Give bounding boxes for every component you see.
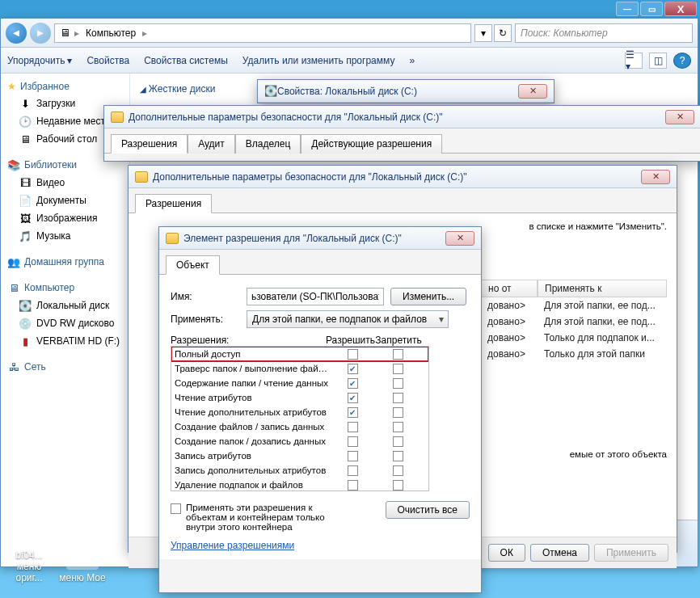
- drive-icon: 💽: [19, 299, 32, 312]
- allow-checkbox[interactable]: [348, 480, 358, 491]
- deny-checkbox[interactable]: [393, 393, 403, 403]
- nav-back-button[interactable]: ◄: [6, 23, 27, 44]
- sidebar-favorites-head[interactable]: ★Избранное: [4, 78, 126, 95]
- deny-checkbox[interactable]: [393, 407, 403, 418]
- music-icon: 🎵: [19, 230, 32, 242]
- minimize-button[interactable]: —: [616, 2, 639, 16]
- permission-name: Запись дополнительных атрибутов: [175, 465, 330, 475]
- deny-checkbox[interactable]: [393, 436, 403, 447]
- tab-audit[interactable]: Аудит: [188, 134, 235, 154]
- permission-row[interactable]: Удаление подпапок и файлов: [171, 478, 428, 491]
- desktop-icon-item[interactable]: bf04... меню ориг...: [5, 515, 53, 583]
- pictures-icon: 🖼: [19, 212, 32, 225]
- col-inherited[interactable]: но от: [481, 280, 538, 297]
- permissions-list[interactable]: Полный доступТраверс папок / выполнение …: [171, 346, 429, 491]
- sidebar-pictures[interactable]: 🖼Изображения: [4, 209, 126, 227]
- sidebar-homegroup[interactable]: 👥Домашняя группа: [4, 253, 126, 271]
- clear-all-button[interactable]: Очистить все: [386, 501, 470, 519]
- allow-checkbox[interactable]: [348, 393, 358, 403]
- manage-permissions-link[interactable]: Управление разрешениями: [171, 540, 294, 551]
- propagate-label: Применять эти разрешения к объектам и ко…: [186, 503, 348, 532]
- sidebar-music[interactable]: 🎵Музыка: [4, 227, 126, 245]
- breadcrumb-item[interactable]: Компьютер: [82, 27, 139, 39]
- tab-owner[interactable]: Владелец: [235, 134, 302, 154]
- tb-uninstall[interactable]: Удалить или изменить программу: [242, 55, 395, 66]
- permission-row[interactable]: Запись атрибутов: [171, 448, 428, 463]
- permission-row[interactable]: Чтение дополнительных атрибутов: [171, 405, 428, 419]
- toolbar: Упорядочить ▾ Свойства Свойства системы …: [1, 48, 698, 74]
- view-options-icon[interactable]: ☰ ▾: [625, 53, 643, 69]
- permission-name: Запись атрибутов: [175, 451, 330, 461]
- sidebar-computer-head[interactable]: 🖥Компьютер: [4, 279, 126, 297]
- permission-name: Содержание папки / чтение данных: [175, 378, 330, 388]
- tb-more[interactable]: »: [409, 55, 415, 66]
- organize-menu[interactable]: Упорядочить ▾: [7, 55, 72, 66]
- close-icon[interactable]: ✕: [665, 110, 694, 124]
- sidebar-dvd[interactable]: 💿DVD RW дисково: [4, 314, 126, 332]
- deny-checkbox[interactable]: [393, 451, 403, 461]
- close-icon[interactable]: ✕: [445, 231, 474, 246]
- search-input[interactable]: Поиск: Компьютер: [515, 23, 693, 43]
- dvd-icon: 💿: [19, 317, 32, 330]
- deny-checkbox[interactable]: [393, 465, 403, 476]
- tab-permissions[interactable]: Разрешения: [111, 134, 188, 154]
- tb-sys-properties[interactable]: Свойства системы: [144, 55, 228, 66]
- adv2-tabs: Разрешения: [129, 188, 677, 213]
- perm-tabs: Объект: [159, 250, 481, 275]
- sidebar-documents[interactable]: 📄Документы: [4, 192, 126, 209]
- tab-permissions[interactable]: Разрешения: [135, 194, 212, 213]
- permission-row[interactable]: Содержание папки / чтение данных: [171, 376, 428, 390]
- cancel-button[interactable]: Отмена: [530, 544, 589, 562]
- allow-checkbox[interactable]: [348, 407, 358, 418]
- apply-to-label: Применять:: [171, 314, 240, 325]
- permission-row[interactable]: Создание папок / дозапись данных: [171, 434, 428, 448]
- tab-effective[interactable]: Действующие разрешения: [301, 134, 442, 154]
- permission-row[interactable]: Запись дополнительных атрибутов: [171, 463, 428, 478]
- col-apply-to[interactable]: Применять к: [538, 280, 667, 297]
- desktop-icon-item[interactable]: меню Мое: [58, 537, 107, 583]
- deny-checkbox[interactable]: [393, 349, 403, 360]
- permission-row[interactable]: Полный доступ: [171, 347, 428, 361]
- deny-checkbox[interactable]: [393, 480, 403, 491]
- sidebar-local-disk[interactable]: 💽Локальный диск: [4, 297, 126, 314]
- folder-icon: [111, 112, 124, 123]
- close-icon[interactable]: ✕: [641, 170, 670, 184]
- refresh-button[interactable]: ↻: [494, 24, 512, 42]
- apply-button[interactable]: Применить: [594, 544, 668, 562]
- allow-checkbox[interactable]: [348, 378, 358, 389]
- network-icon: 🖧: [7, 360, 20, 373]
- deny-checkbox[interactable]: [393, 422, 403, 432]
- permission-row[interactable]: Чтение атрибутов: [171, 390, 428, 405]
- preview-pane-icon[interactable]: ◫: [649, 53, 667, 69]
- permission-row[interactable]: Траверс папок / выполнение файлов: [171, 361, 428, 376]
- allow-checkbox[interactable]: [348, 349, 358, 360]
- allow-checkbox[interactable]: [348, 422, 358, 432]
- close-icon[interactable]: ✕: [518, 84, 547, 99]
- allow-checkbox[interactable]: [348, 465, 358, 476]
- sidebar-video[interactable]: 🎞Видео: [4, 174, 126, 192]
- allow-checkbox[interactable]: [348, 436, 358, 447]
- change-button[interactable]: Изменить...: [390, 288, 466, 305]
- deny-checkbox[interactable]: [393, 364, 403, 374]
- breadcrumb[interactable]: 🖥 ▸ Компьютер ▸: [54, 23, 471, 43]
- ok-button[interactable]: ОК: [488, 544, 525, 562]
- folder-icon: [135, 171, 148, 183]
- folder-icon: [166, 233, 179, 244]
- close-button[interactable]: X: [664, 2, 697, 16]
- name-input[interactable]: [247, 288, 384, 305]
- apply-to-select[interactable]: Для этой папки, ее подпапок и файлов: [247, 310, 449, 328]
- sidebar-verbatim[interactable]: ▮VERBATIM HD (F:): [4, 332, 126, 350]
- allow-checkbox[interactable]: [348, 364, 358, 374]
- maximize-button[interactable]: ▭: [640, 2, 663, 16]
- nav-forward-button[interactable]: ►: [30, 23, 51, 44]
- permission-row[interactable]: Создание файлов / запись данных: [171, 419, 428, 434]
- tab-object[interactable]: Объект: [166, 255, 220, 275]
- tb-properties[interactable]: Свойства: [86, 55, 129, 66]
- nav-dropdown[interactable]: ▾: [474, 24, 492, 42]
- deny-checkbox[interactable]: [393, 378, 403, 389]
- help-icon[interactable]: ?: [673, 53, 691, 69]
- allow-checkbox[interactable]: [348, 451, 358, 461]
- propagate-checkbox[interactable]: [171, 503, 181, 514]
- sidebar-network[interactable]: 🖧Сеть: [4, 358, 126, 376]
- star-icon: ★: [7, 81, 16, 92]
